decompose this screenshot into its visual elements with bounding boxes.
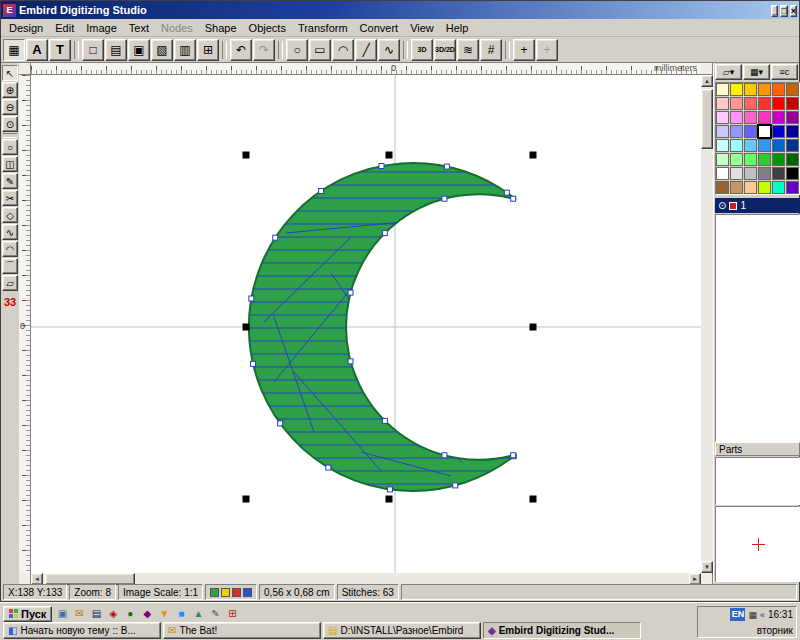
pointer-mode-button[interactable]: ▦: [3, 39, 25, 61]
zoom-out-tool[interactable]: ⊖: [2, 99, 18, 115]
palette-color[interactable]: [730, 97, 743, 110]
scroll-up-button[interactable]: ▲: [701, 75, 713, 87]
clock-time[interactable]: 16:31: [768, 609, 793, 620]
shape-tool[interactable]: ◇: [2, 207, 18, 223]
color-layer-row[interactable]: ⊙ 1: [715, 198, 800, 213]
task-explorer-button[interactable]: ▤ D:\INSTALL\Разное\Embird: [323, 622, 481, 639]
palette-color[interactable]: [772, 181, 785, 194]
menu-transform[interactable]: Transform: [292, 20, 354, 36]
design-svg[interactable]: [31, 75, 701, 573]
palette-color[interactable]: [744, 139, 757, 152]
node-handle[interactable]: [382, 418, 387, 423]
palette-color[interactable]: [758, 83, 771, 96]
selection-handle[interactable]: [530, 496, 537, 503]
node-handle[interactable]: [442, 196, 447, 201]
quick-launch-icon[interactable]: ✎: [207, 606, 223, 621]
palette-color[interactable]: [758, 111, 771, 124]
keyboard-tray-icon[interactable]: ▦: [748, 610, 757, 620]
palette-color[interactable]: [772, 167, 785, 180]
quick-launch-icon[interactable]: ◈: [105, 606, 121, 621]
tray-chevron-icon[interactable]: «: [760, 610, 765, 620]
palette-select-button[interactable]: ▦▾: [743, 64, 770, 80]
toolbar-button[interactable]: [74, 41, 79, 59]
palette-color[interactable]: [716, 125, 729, 138]
node-handle[interactable]: [442, 453, 447, 458]
palette-color[interactable]: [716, 111, 729, 124]
palette-color[interactable]: [744, 83, 757, 96]
save-design-button[interactable]: ▣: [128, 39, 150, 61]
selection-handle[interactable]: [243, 496, 250, 503]
start-button[interactable]: Пуск: [3, 606, 52, 622]
menu-edit[interactable]: Edit: [49, 20, 80, 36]
palette-color[interactable]: [716, 167, 729, 180]
node-handle[interactable]: [511, 453, 516, 458]
grid-button[interactable]: #: [480, 39, 502, 61]
selection-handle[interactable]: [386, 152, 393, 159]
layers-list-area[interactable]: [715, 214, 800, 442]
palette-color[interactable]: [786, 97, 799, 110]
line-shape-button[interactable]: ╱: [355, 39, 377, 61]
palette-color[interactable]: [730, 83, 743, 96]
palette-color[interactable]: [730, 167, 743, 180]
palette-color[interactable]: [758, 139, 771, 152]
design-canvas[interactable]: [31, 75, 701, 573]
vertical-scroll-thumb[interactable]: [701, 89, 713, 149]
palette-color[interactable]: [758, 167, 771, 180]
menu-objects[interactable]: Objects: [243, 20, 292, 36]
quick-launch-icon[interactable]: ▼: [156, 606, 172, 621]
node-handle[interactable]: [249, 296, 254, 301]
node-handle[interactable]: [319, 189, 324, 194]
palette-color[interactable]: [786, 111, 799, 124]
lettering-button[interactable]: A: [26, 39, 48, 61]
palette-color[interactable]: [786, 153, 799, 166]
stitch-view-button[interactable]: ≋: [457, 39, 479, 61]
thread-color-button[interactable]: ▱▾: [715, 64, 742, 80]
palette-color[interactable]: [730, 111, 743, 124]
quick-launch-icon[interactable]: ▣: [54, 606, 70, 621]
menu-help[interactable]: Help: [440, 20, 475, 36]
node-handle[interactable]: [273, 235, 278, 240]
palette-color[interactable]: [772, 125, 785, 138]
zoom-area-tool[interactable]: ⊙: [2, 116, 18, 132]
visibility-eye-icon[interactable]: ⊙: [718, 200, 726, 211]
palette-color[interactable]: [744, 167, 757, 180]
task-thebat-button[interactable]: ✉ The Bat!: [163, 622, 321, 639]
arc-tool[interactable]: ◠: [2, 241, 18, 257]
tool-button[interactable]: [3, 133, 17, 138]
freehand-tool[interactable]: ∿: [2, 224, 18, 240]
node-handle[interactable]: [387, 487, 392, 492]
palette-color[interactable]: [716, 83, 729, 96]
arc-shape-button[interactable]: ◠: [332, 39, 354, 61]
palette-color[interactable]: [772, 97, 785, 110]
palette-color[interactable]: [716, 181, 729, 194]
menu-convert[interactable]: Convert: [354, 20, 405, 36]
quick-launch-icon[interactable]: ■: [173, 606, 189, 621]
menu-nodes[interactable]: Nodes: [155, 20, 199, 36]
palette-color[interactable]: [772, 83, 785, 96]
palette-color[interactable]: [730, 125, 743, 138]
node-handle[interactable]: [504, 190, 509, 195]
palette-color[interactable]: [744, 125, 757, 138]
rect-shape-button[interactable]: ▭: [309, 39, 331, 61]
text-tool-button[interactable]: T: [49, 39, 71, 61]
column-tool[interactable]: ◫: [2, 156, 18, 172]
outline-tool[interactable]: ▱: [2, 275, 18, 291]
palette-color[interactable]: [758, 181, 771, 194]
import-image-button[interactable]: ▧: [151, 39, 173, 61]
selection-handle[interactable]: [243, 324, 250, 331]
toggle-3d-2d-button[interactable]: 3D/2D: [434, 39, 456, 61]
maximize-button[interactable]: □: [780, 5, 787, 17]
menu-text[interactable]: Text: [123, 20, 155, 36]
palette-color[interactable]: [772, 153, 785, 166]
palette-color[interactable]: [730, 181, 743, 194]
catalog-button[interactable]: ≡c: [771, 64, 798, 80]
node-handle[interactable]: [511, 196, 516, 201]
quick-launch-icon[interactable]: ●: [122, 606, 138, 621]
knife-tool[interactable]: ✂: [2, 190, 18, 206]
node-handle[interactable]: [453, 483, 458, 488]
palette-color[interactable]: [786, 167, 799, 180]
menu-image[interactable]: Image: [80, 20, 123, 36]
pen-tool[interactable]: ✎: [2, 173, 18, 189]
print-button[interactable]: ▥: [174, 39, 196, 61]
scroll-down-button[interactable]: ▼: [701, 561, 713, 573]
